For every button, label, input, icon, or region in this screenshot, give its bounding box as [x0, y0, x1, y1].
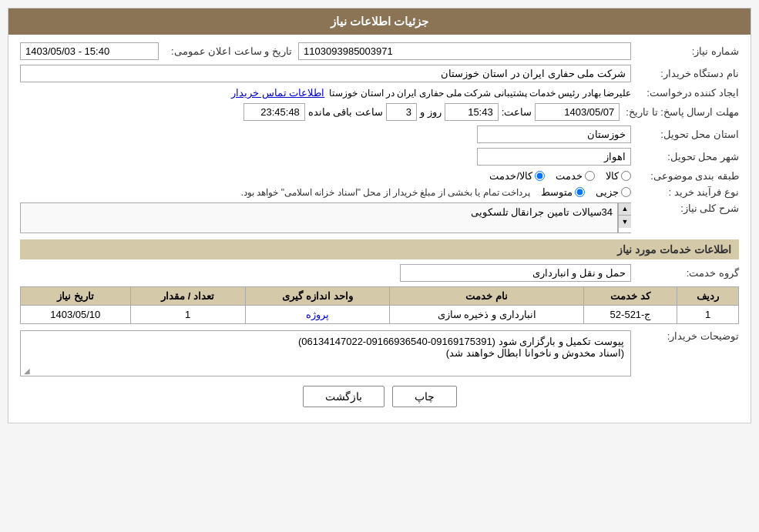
- cell-name: انبارداری و ذخیره سازی: [390, 306, 583, 324]
- announcement-input[interactable]: [20, 42, 159, 60]
- province-input[interactable]: [477, 125, 631, 143]
- reply-deadline-label: مهلت ارسال پاسخ: تا تاریخ:: [620, 106, 739, 118]
- purchase-type-2-radio[interactable]: [575, 187, 585, 197]
- print-button[interactable]: چاپ: [392, 386, 457, 407]
- action-buttons: چاپ بازگشت: [20, 386, 739, 407]
- buyer-name-input[interactable]: [20, 65, 631, 82]
- reply-time-input[interactable]: [445, 103, 499, 121]
- cell-date: 1403/05/10: [21, 306, 131, 324]
- cell-code: ج-521-52: [583, 306, 677, 324]
- resize-handle[interactable]: ◢: [21, 366, 30, 376]
- category-service-radio[interactable]: [585, 171, 595, 181]
- cell-unit: پروژه: [245, 306, 390, 324]
- description-value: 34سیالات تامین جرانقال تلسکویی: [20, 202, 618, 233]
- reply-remaining-label: ساعت باقی مانده: [308, 106, 383, 118]
- cell-qty: 1: [130, 306, 245, 324]
- category-label: طبقه بندی موضوعی:: [631, 170, 739, 182]
- buyer-notes-label: توضیحات خریدار:: [631, 330, 739, 342]
- reply-date-input[interactable]: [535, 103, 620, 121]
- category-goods-service-label: کالا/خدمت: [489, 170, 532, 182]
- description-label: شرح کلی نیاز:: [631, 202, 739, 214]
- description-scrollbar[interactable]: ▲ ▼: [618, 202, 631, 233]
- category-goods-label: کالا: [606, 170, 619, 182]
- category-goods-service-option[interactable]: کالا/خدمت: [489, 170, 545, 182]
- reply-time-label: ساعت:: [502, 106, 532, 118]
- buyer-notes-text: پیوست تکمیل و بارگزاری شود (09169175391-…: [298, 336, 624, 359]
- purchase-note: پرداخت تمام یا بخشی از مبلغ خریدار از مح…: [241, 187, 530, 198]
- purchase-type-label: نوع فرآیند خرید :: [631, 186, 739, 198]
- back-button[interactable]: بازگشت: [303, 386, 385, 407]
- purchase-type-2-option[interactable]: متوسط: [541, 186, 585, 198]
- need-number-label: شماره نیاز:: [631, 45, 739, 57]
- services-table: ردیف کد خدمت نام خدمت واحد اندازه گیری ت…: [20, 286, 739, 324]
- col-header-code: کد خدمت: [583, 287, 677, 306]
- col-header-qty: تعداد / مقدار: [130, 287, 245, 306]
- need-number-input[interactable]: [298, 42, 631, 60]
- scroll-up-btn[interactable]: ▲: [619, 203, 631, 216]
- announcement-label: تاریخ و ساعت اعلان عمومی:: [165, 45, 292, 57]
- category-service-label: خدمت: [556, 170, 583, 182]
- col-header-row: ردیف: [677, 287, 739, 306]
- category-goods-radio[interactable]: [621, 171, 631, 181]
- purchase-type-1-radio[interactable]: [621, 187, 631, 197]
- creator-value: علیرضا بهادر رئیس خدمات پشتیبانی شرکت مل…: [329, 88, 631, 99]
- services-section-label: اطلاعات خدمات مورد نیاز: [20, 239, 739, 259]
- creator-label: ایجاد کننده درخواست:: [631, 87, 739, 99]
- scroll-down-btn[interactable]: ▼: [619, 216, 631, 228]
- service-group-input[interactable]: [400, 264, 631, 282]
- page-header: جزئیات اطلاعات نیاز: [8, 8, 751, 35]
- purchase-type-1-label: جزیی: [596, 186, 619, 198]
- city-input[interactable]: [477, 148, 631, 166]
- service-group-label: گروه خدمت:: [631, 267, 739, 279]
- purchase-type-1-option[interactable]: جزیی: [596, 186, 631, 198]
- reply-days-label: روز و: [420, 106, 442, 118]
- category-goods-option[interactable]: کالا: [606, 170, 631, 182]
- creator-contact-link[interactable]: اطلاعات تماس خریدار: [231, 87, 324, 99]
- reply-days-input[interactable]: [386, 103, 417, 121]
- col-header-name: نام خدمت: [390, 287, 583, 306]
- col-header-date: تاریخ نیاز: [21, 287, 131, 306]
- cell-row: 1: [677, 306, 739, 324]
- city-label: شهر محل تحویل:: [631, 151, 739, 162]
- table-row: 1 ج-521-52 انبارداری و ذخیره سازی پروژه …: [21, 306, 739, 324]
- col-header-unit: واحد اندازه گیری: [245, 287, 390, 306]
- reply-remaining-input[interactable]: [243, 103, 305, 121]
- buyer-name-label: نام دستگاه خریدار:: [631, 68, 739, 79]
- category-goods-service-radio[interactable]: [535, 171, 545, 181]
- province-label: استان محل تحویل:: [631, 129, 739, 140]
- purchase-type-2-label: متوسط: [541, 186, 573, 198]
- buyer-notes-value: پیوست تکمیل و بارگزاری شود (09169175391-…: [20, 330, 631, 376]
- category-service-option[interactable]: خدمت: [556, 170, 595, 182]
